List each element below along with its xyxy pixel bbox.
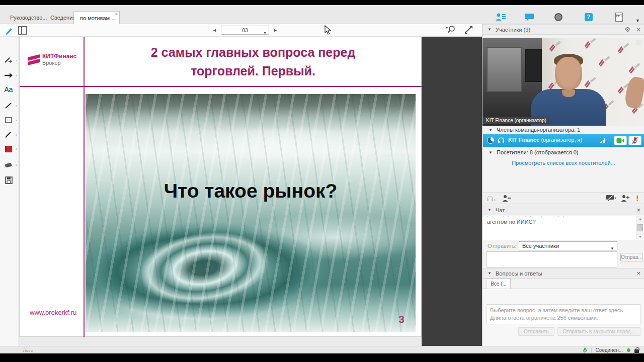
collapse-visitors-icon[interactable]: ▼ — [489, 150, 493, 155]
panel-layout-button[interactable] — [18, 26, 27, 37]
presentation-slide: КИТФинанс Брокер 2 самых главных вопроса… — [19, 37, 422, 337]
connected-dot-icon — [627, 348, 630, 352]
qa-title: Вопросы и ответы — [496, 268, 542, 279]
slide-divider-horizontal — [20, 86, 422, 87]
prev-slide-button[interactable]: ◄ — [210, 27, 219, 33]
speaker-face — [555, 57, 582, 90]
zoom-button[interactable] — [446, 25, 457, 36]
invite-participant-button[interactable] — [620, 195, 629, 204]
slide-caption: Что такое рынок? — [86, 180, 416, 202]
chat-send-button[interactable]: Отправ... — [620, 253, 642, 261]
chat-clipped-line: . . _ . . _ _ . . _ . _ _ . . _ — [487, 216, 628, 217]
mic-muted-button[interactable] — [628, 136, 641, 145]
marker-tool-button[interactable] — [4, 26, 14, 38]
kitfinance-logo-mark-icon — [28, 55, 41, 66]
arrow-icon — [4, 72, 13, 78]
connection-status: Соединен... — [596, 347, 623, 353]
qa-answer-input[interactable]: Выберите вопрос, а затем введите ваш отв… — [487, 304, 640, 324]
top-black-bar — [0, 0, 644, 5]
collapse-qa-icon[interactable]: ▼ — [488, 268, 492, 279]
red-color-swatch-icon — [5, 146, 12, 152]
panel-layout-icon — [18, 26, 27, 35]
ocean-photo: Что такое рынок? 3 — [86, 94, 416, 332]
mouse-cursor — [325, 25, 332, 35]
host-participant-row[interactable]: KIT Finance (организатор, я) — [483, 134, 644, 147]
chat-message: агентом по ИИИС? — [487, 219, 536, 225]
header-overflow-caret-icon[interactable]: ▼ — [635, 18, 640, 23]
participants-action-bar: ! — [482, 192, 644, 204]
text-tool[interactable]: Aa — [2, 84, 15, 95]
qa-send-private-button[interactable]: Отправить в закрытом поряд... — [557, 327, 640, 336]
slide-page-number: 3 — [398, 313, 405, 325]
qa-tab-all[interactable]: Все (... — [487, 279, 511, 289]
recipient-dropdown[interactable]: Все участники ▼ — [519, 241, 617, 250]
pencil-tool[interactable]: › — [2, 129, 15, 140]
chat-input[interactable] — [487, 251, 617, 267]
qa-section-header[interactable]: ▼ Вопросы и ответы × — [482, 268, 644, 279]
tab-strip: Руководство... Сведения об... по мотивам… — [0, 5, 644, 24]
secure-lock-icon — [634, 349, 639, 353]
camera-on-button[interactable] — [614, 136, 627, 145]
qa-close-icon[interactable]: × — [636, 268, 640, 278]
view-all-visitors-link[interactable]: Просмотреть список всех посетителей... — [482, 160, 644, 166]
pencil-icon — [5, 131, 13, 138]
chat-section-header[interactable]: ▼ Чат × — [482, 205, 644, 215]
webcam-video[interactable]: KIT Finance (организатор) — [482, 38, 644, 126]
chat-close-icon[interactable]: × — [636, 205, 640, 215]
dark-margin-strip — [422, 37, 482, 346]
send-to-label: Отправить: — [488, 243, 517, 249]
cisco-logo: cisco — [23, 346, 33, 352]
save-tool[interactable] — [2, 174, 15, 186]
participants-icon — [485, 12, 517, 22]
chat-privileges-button[interactable] — [606, 195, 616, 204]
tab-close-icon[interactable]: × — [115, 12, 118, 17]
chat-disabled-icon — [606, 195, 616, 202]
next-slide-button[interactable]: ► — [271, 27, 280, 33]
qa-icon: ? — [573, 12, 605, 22]
line-tool[interactable]: › — [2, 100, 15, 111]
laser-pointer-tool[interactable]: › — [2, 55, 15, 66]
chat-scrollbar[interactable]: ▲ ▼ — [636, 216, 643, 239]
webex-ball-icon — [487, 137, 494, 144]
magnifier-icon — [446, 25, 457, 34]
eraser-tool[interactable]: › — [2, 159, 15, 170]
mic-muted-icon — [631, 137, 638, 144]
attention-indicator-icon[interactable]: ! — [636, 194, 638, 202]
audio-setup-button[interactable] — [487, 195, 496, 204]
recorder-icon — [542, 12, 575, 22]
slide-footer-url: www.brokerkf.ru — [30, 309, 76, 316]
remove-participant-button[interactable] — [502, 195, 511, 204]
qa-send-button[interactable]: Отправить — [518, 327, 554, 336]
meeting-side-panel: ▼ Участники (9) ⚙ × KIT Fi — [482, 24, 644, 346]
shape-tool[interactable]: › — [2, 115, 15, 126]
headset-icon — [498, 137, 505, 144]
bottom-black-bar — [0, 353, 644, 362]
person-plus-icon — [620, 195, 629, 202]
whirlpool-graphic — [124, 217, 285, 319]
line-icon — [5, 102, 13, 109]
tab-active-presentation[interactable]: по мотивам ... × — [73, 11, 120, 24]
slide-number-dropdown[interactable]: 03 ▼ — [221, 26, 269, 35]
document-toolbar: ◄ 03 ▼ ► — [0, 24, 482, 37]
color-picker-tool[interactable]: › — [2, 143, 15, 154]
scroll-up-icon[interactable]: ▲ — [637, 216, 643, 222]
collapse-participants-icon[interactable]: ▼ — [488, 25, 492, 35]
annotation-palette: › › Aa › › › › › — [0, 37, 18, 346]
scroll-down-icon[interactable]: ▼ — [637, 234, 643, 239]
chat-message-list[interactable]: . . _ . . _ _ . . _ . _ _ . . _ агентом … — [483, 216, 644, 240]
arrow-pointer-tool[interactable]: › — [2, 70, 15, 81]
participants-close-icon[interactable]: × — [636, 25, 640, 34]
scrollbar-thumb[interactable] — [637, 224, 643, 231]
chat-title: Чат — [496, 205, 505, 215]
participants-settings-icon[interactable]: ⚙ — [624, 25, 630, 34]
collapse-team-icon[interactable]: ▼ — [489, 128, 493, 132]
participants-section-header[interactable]: ▼ Участники (9) ⚙ × — [482, 24, 644, 35]
collapse-chat-icon[interactable]: ▼ — [488, 205, 492, 215]
expand-icon — [464, 25, 473, 34]
slide-divider-vertical — [84, 37, 85, 337]
chat-send-row: Отправить: Все участники ▼ — [482, 241, 644, 251]
save-icon — [5, 176, 13, 184]
rectangle-icon — [5, 117, 13, 124]
person-dash-icon — [502, 195, 511, 202]
fullscreen-button[interactable] — [464, 25, 473, 36]
